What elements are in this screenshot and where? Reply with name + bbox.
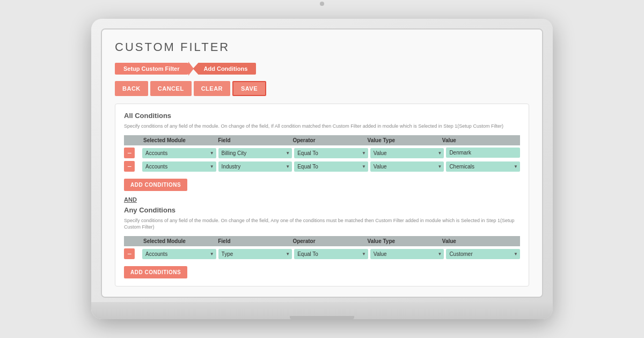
- any-conditions-desc: Specify conditions of any field of the m…: [124, 217, 520, 231]
- field-select-all-1[interactable]: Billing City: [218, 148, 292, 158]
- laptop-base: [91, 302, 553, 319]
- add-conditions-all-button[interactable]: ADD CONDITIONS: [124, 179, 187, 191]
- laptop-screen: CUSTOM FILTER Setup Custom Filter Add Co…: [101, 28, 543, 298]
- conditions-panel: All Conditions Specify conditions of any…: [115, 104, 529, 286]
- any-conditions-header: Selected Module Field Operator Value Typ…: [124, 236, 520, 246]
- laptop-frame: CUSTOM FILTER Setup Custom Filter Add Co…: [91, 19, 553, 319]
- cancel-button[interactable]: CANCEL: [150, 81, 192, 96]
- value-type-select-any-1[interactable]: Value: [370, 248, 444, 259]
- operator-select-all-2[interactable]: Equal To: [294, 161, 368, 172]
- all-conditions-desc: Specify conditions of any field of the m…: [124, 123, 520, 130]
- any-conditions-row-1: − Accounts Type: [124, 248, 520, 259]
- all-conditions-header: Selected Module Field Operator Value Typ…: [124, 135, 520, 145]
- module-select-all-2[interactable]: Accounts: [142, 161, 216, 172]
- delete-all-row-1[interactable]: −: [124, 148, 135, 158]
- any-header-selected-module: Selected Module: [143, 238, 218, 244]
- value-input-all-1[interactable]: [446, 148, 520, 158]
- value-type-select-all-2[interactable]: Value: [370, 161, 444, 172]
- all-conditions-row-2: − Accounts Industry Equal To: [124, 161, 520, 172]
- header-selected-module-all: Selected Module: [143, 137, 218, 143]
- operator-select-any-1[interactable]: Equal To: [294, 248, 368, 259]
- field-select-all-2[interactable]: Industry: [218, 161, 292, 172]
- header-value-all: Value: [442, 137, 517, 143]
- any-conditions-section: Any Conditions Specify conditions of any…: [124, 206, 520, 278]
- header-field-all: Field: [218, 137, 292, 143]
- step-arrow: [188, 62, 194, 76]
- header-operator-all: Operator: [292, 137, 367, 143]
- any-header-operator: Operator: [292, 238, 367, 244]
- step-2[interactable]: Add Conditions: [193, 63, 257, 75]
- any-header-spacer: [127, 238, 143, 244]
- steps-bar: Setup Custom Filter Add Conditions: [115, 62, 529, 76]
- and-divider: AND: [124, 196, 520, 203]
- value-select-any-1[interactable]: Customer: [446, 248, 520, 259]
- any-header-field: Field: [218, 238, 292, 244]
- action-buttons: BACK CANCEL CLEAR SAVE: [115, 81, 529, 96]
- screen-content: CUSTOM FILTER Setup Custom Filter Add Co…: [102, 30, 542, 297]
- all-conditions-row-1: − Accounts Billing City Equal To: [124, 148, 520, 158]
- operator-select-all-1[interactable]: Equal To: [294, 148, 368, 158]
- clear-button[interactable]: CLEAR: [194, 81, 230, 96]
- header-spacer: [127, 137, 143, 143]
- save-button[interactable]: SAVE: [232, 81, 266, 96]
- delete-any-row-1[interactable]: −: [124, 248, 135, 259]
- header-value-type-all: Value Type: [368, 137, 442, 143]
- any-header-value: Value: [442, 238, 517, 244]
- delete-all-row-2[interactable]: −: [124, 161, 135, 172]
- camera-dot: [320, 2, 324, 6]
- value-type-select-all-1[interactable]: Value: [370, 148, 444, 158]
- page-title: CUSTOM FILTER: [115, 40, 529, 54]
- any-conditions-title: Any Conditions: [124, 206, 520, 214]
- module-select-all-1[interactable]: Accounts: [142, 148, 216, 158]
- add-conditions-any-button[interactable]: ADD CONDITIONS: [124, 266, 187, 278]
- any-header-value-type: Value Type: [368, 238, 442, 244]
- field-select-any-1[interactable]: Type: [218, 248, 292, 259]
- step-1[interactable]: Setup Custom Filter: [115, 63, 188, 75]
- value-select-all-2[interactable]: Chemicals: [446, 161, 520, 172]
- all-conditions-title: All Conditions: [124, 112, 520, 120]
- module-select-any-1[interactable]: Accounts: [142, 248, 216, 259]
- back-button[interactable]: BACK: [115, 81, 148, 96]
